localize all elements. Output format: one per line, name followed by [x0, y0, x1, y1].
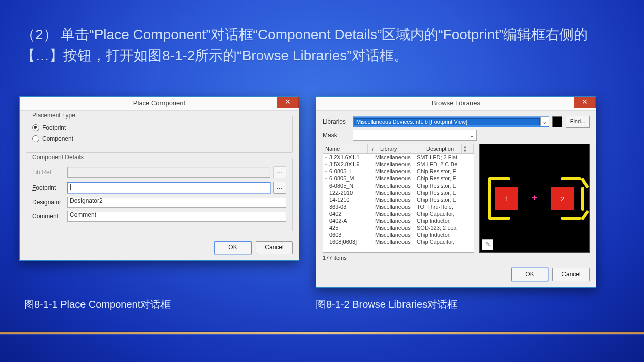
item-count: 177 items [323, 255, 590, 261]
libref-input [67, 167, 270, 178]
col-name[interactable]: Name [323, 144, 368, 153]
ok-button[interactable]: OK [214, 241, 252, 254]
grid-rows: 3.2X1.6X1.1MiscellaneousSMT LED; 2 Flat3… [323, 154, 474, 249]
libref-browse-button: ... [273, 166, 286, 178]
pad-2: 2 [551, 187, 574, 210]
close-button[interactable]: ✕ [277, 97, 299, 108]
table-row[interactable]: 1608[0603]MiscellaneousChip Capacitor, [323, 238, 474, 245]
chevron-down-icon: ⌄ [468, 131, 476, 140]
titlebar: Browse Libraries ✕ [316, 97, 596, 111]
close-button[interactable]: ✕ [574, 97, 596, 108]
grid-header: Name / Library Description [323, 144, 474, 154]
zoom-tool-icon[interactable]: ✎ [482, 239, 493, 250]
designator-input[interactable]: Designator2 [67, 197, 286, 208]
table-row[interactable]: 6-0805_MMiscellaneousChip Resistor, E [323, 175, 474, 182]
table-row[interactable]: 3.5X2.8X1.9MiscellaneousSM LED; 2 C-Be [323, 161, 474, 168]
radio-label: Footprint [42, 124, 66, 131]
table-row[interactable]: 369-03MiscellaneousTO, Thru-Hole, [323, 203, 474, 210]
radio-component[interactable]: Component [32, 135, 286, 142]
figure-caption-2: 图8-1-2 Browse Libraries对话框 [316, 298, 457, 311]
find-button[interactable]: Find... [566, 116, 590, 128]
table-row[interactable]: 6-0805_LMiscellaneousChip Resistor, E [323, 168, 474, 175]
table-row[interactable]: 6-0805_NMiscellaneousChip Resistor, E [323, 182, 474, 189]
group-legend: Component Details [30, 154, 86, 161]
table-row[interactable]: 3.2X1.6X1.1MiscellaneousSMT LED; 2 Flat [323, 154, 474, 161]
footprint-grid[interactable]: Name / Library Description 3.2X1.6X1.1Mi… [323, 144, 474, 253]
mask-combo[interactable]: ⌄ [353, 130, 477, 141]
table-row[interactable]: 0402MiscellaneousChip Capacitor, [323, 210, 474, 217]
group-legend: Placement Type [30, 112, 77, 119]
pad-1: 1 [495, 187, 518, 210]
color-swatch[interactable] [552, 116, 562, 127]
comment-label: Comment [32, 213, 67, 220]
radio-icon [32, 124, 39, 131]
scrollbar[interactable] [462, 144, 474, 153]
table-row[interactable]: 14-1210MiscellaneousChip Resistor, E [323, 196, 474, 203]
placement-type-group: Placement Type Footprint Component [26, 116, 293, 153]
radio-footprint[interactable]: Footprint [32, 124, 286, 131]
ok-button[interactable]: OK [511, 268, 548, 281]
footprint-label: Footprint [32, 184, 67, 191]
combo-selected: Miscellaneous Devices.IntLib [Footprint … [354, 118, 540, 125]
footprint-preview: 1 2 + ✎ [479, 144, 590, 253]
chevron-down-icon: ⌄ [540, 117, 549, 126]
table-row[interactable]: 0603MiscellaneousChip Inductor, [323, 231, 474, 238]
place-component-dialog: Place Component ✕ Placement Type Footpri… [19, 96, 299, 261]
libraries-combo[interactable]: Miscellaneous Devices.IntLib [Footprint … [353, 116, 549, 127]
figure-caption-1: 图8-1-1 Place Component对话框 [24, 298, 171, 311]
component-details-group: Component Details Lib Ref ... Footprint … [26, 158, 293, 231]
cancel-button[interactable]: Cancel [256, 241, 293, 254]
titlebar: Place Component ✕ [20, 97, 299, 111]
cancel-button[interactable]: Cancel [552, 268, 590, 281]
libref-label: Lib Ref [32, 169, 67, 176]
radio-icon [32, 135, 39, 142]
table-row[interactable]: 0402-AMiscellaneousChip Inductor, [323, 217, 474, 224]
table-row[interactable]: 12Z-2010MiscellaneousChip Resistor, E [323, 189, 474, 196]
dialog-title: Browse Libraries [316, 99, 596, 107]
designator-label: Designator [32, 199, 67, 206]
browse-libraries-dialog: Browse Libraries ✕ Libraries Miscellaneo… [316, 96, 596, 288]
comment-input[interactable]: Comment [67, 211, 286, 222]
dialog-title: Place Component [20, 99, 299, 107]
footprint-input[interactable]: | [67, 182, 270, 193]
col-description[interactable]: Description [424, 144, 462, 153]
mask-label: Mask [323, 132, 350, 139]
instruction-text: （2） 单击“Place Component”对话框“Component Det… [21, 24, 623, 66]
origin-icon: + [532, 193, 537, 203]
footprint-browse-button[interactable]: ... [273, 182, 286, 194]
slide-underline [0, 332, 644, 334]
libraries-label: Libraries [323, 118, 350, 125]
col-sort[interactable]: / [368, 144, 378, 153]
table-row[interactable]: 425MiscellaneousSOD-123; 2 Lea [323, 224, 474, 231]
col-library[interactable]: Library [378, 144, 424, 153]
radio-label: Component [42, 135, 73, 142]
